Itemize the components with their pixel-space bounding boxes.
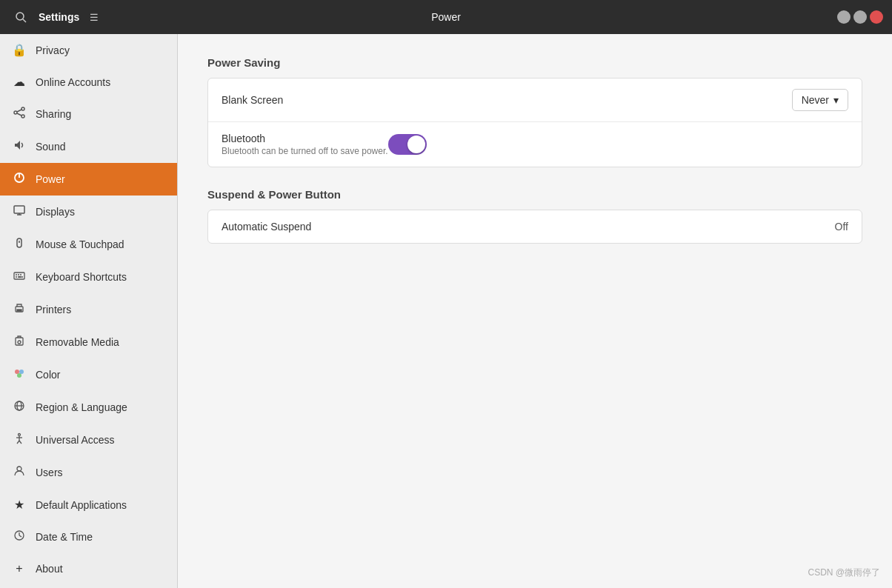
- displays-icon: [12, 204, 27, 219]
- sidebar-item-privacy[interactable]: 🔒 Privacy: [0, 34, 177, 66]
- sidebar-label-date-time: Date & Time: [36, 531, 93, 543]
- svg-point-27: [17, 373, 21, 378]
- sidebar-item-universal-access[interactable]: Universal Access: [0, 424, 177, 456]
- sidebar-label-sound: Sound: [36, 141, 65, 153]
- content-area: Power Saving Blank Screen Never ▾ Blueto…: [178, 34, 892, 588]
- svg-line-35: [19, 441, 21, 444]
- svg-point-31: [19, 434, 21, 436]
- svg-rect-9: [14, 206, 24, 213]
- svg-line-5: [17, 110, 21, 112]
- online-accounts-icon: ☁: [12, 75, 27, 89]
- about-icon: +: [12, 562, 27, 575]
- power-icon: [12, 172, 27, 187]
- mouse-icon: [12, 237, 27, 252]
- menu-button[interactable]: ☰: [82, 5, 106, 29]
- sidebar-item-displays[interactable]: Displays: [0, 196, 177, 228]
- sidebar-label-region-language: Region & Language: [36, 401, 127, 413]
- window-title: Power: [431, 11, 461, 23]
- color-icon: [12, 367, 27, 382]
- toggle-knob: [407, 136, 425, 153]
- sidebar-item-online-accounts[interactable]: ☁ Online Accounts: [0, 66, 177, 98]
- svg-rect-14: [14, 273, 24, 279]
- sidebar-item-default-applications[interactable]: ★ Default Applications: [0, 489, 177, 521]
- power-saving-card: Blank Screen Never ▾ Bluetooth Bluetooth…: [207, 78, 862, 167]
- sidebar-item-date-time[interactable]: Date & Time: [0, 521, 177, 553]
- suspend-power-title: Suspend & Power Button: [207, 188, 862, 201]
- sidebar-item-keyboard-shortcuts[interactable]: Keyboard Shortcuts: [0, 261, 177, 293]
- svg-point-26: [19, 370, 24, 374]
- svg-point-25: [15, 370, 19, 374]
- sidebar-label-about: About: [36, 563, 63, 575]
- sidebar-item-mouse-touchpad[interactable]: Mouse & Touchpad: [0, 228, 177, 261]
- sharing-icon: [12, 107, 27, 121]
- svg-point-2: [14, 111, 17, 114]
- sidebar-item-sharing[interactable]: Sharing: [0, 98, 177, 130]
- sidebar-label-keyboard-shortcuts: Keyboard Shortcuts: [36, 271, 127, 283]
- main-layout: 🔒 Privacy ☁ Online Accounts Sharing: [0, 34, 892, 588]
- universal-access-icon: [12, 432, 27, 447]
- region-language-icon: [12, 400, 27, 415]
- sidebar-item-region-language[interactable]: Region & Language: [0, 391, 177, 424]
- sidebar-label-default-applications: Default Applications: [36, 499, 127, 511]
- svg-point-4: [21, 115, 24, 118]
- svg-line-1: [23, 19, 26, 22]
- menu-icon: ☰: [90, 12, 99, 23]
- svg-point-36: [17, 467, 21, 471]
- sidebar-item-power[interactable]: Power: [0, 163, 177, 196]
- sidebar-label-users: Users: [36, 467, 63, 478]
- sidebar-label-removable-media: Removable Media: [36, 336, 119, 348]
- watermark: CSDN @微雨停了: [808, 567, 880, 579]
- minimize-icon: −: [842, 13, 846, 21]
- automatic-suspend-row: Automatic Suspend Off: [208, 210, 862, 243]
- sidebar-label-displays: Displays: [36, 206, 75, 218]
- suspend-power-card: Automatic Suspend Off: [207, 210, 862, 244]
- bluetooth-label: Bluetooth: [222, 133, 388, 144]
- maximize-icon: □: [858, 13, 862, 21]
- sidebar-item-about[interactable]: + About: [0, 553, 177, 584]
- svg-line-39: [19, 535, 21, 537]
- close-icon: ✕: [873, 13, 879, 21]
- sidebar-item-printers[interactable]: Printers: [0, 293, 177, 326]
- sidebar-item-users[interactable]: Users: [0, 456, 177, 489]
- sidebar: 🔒 Privacy ☁ Online Accounts Sharing: [0, 34, 178, 588]
- users-icon: [12, 465, 27, 480]
- sidebar-label-online-accounts: Online Accounts: [36, 76, 110, 88]
- keyboard-icon: [12, 270, 27, 284]
- search-button[interactable]: [9, 5, 33, 29]
- svg-point-0: [16, 13, 24, 20]
- svg-rect-22: [17, 310, 21, 311]
- blank-screen-row: Blank Screen Never ▾: [208, 78, 862, 122]
- bluetooth-row: Bluetooth Bluetooth can be turned off to…: [208, 122, 862, 167]
- blank-screen-value: Never: [802, 94, 829, 106]
- sidebar-item-sound[interactable]: Sound: [0, 130, 177, 163]
- sidebar-item-color[interactable]: Color: [0, 358, 177, 391]
- blank-screen-label: Blank Screen: [222, 94, 792, 106]
- minimize-button[interactable]: −: [837, 10, 851, 24]
- sidebar-label-sharing: Sharing: [36, 108, 71, 120]
- power-saving-title: Power Saving: [207, 56, 862, 69]
- titlebar: Settings ☰ Power − □ ✕: [0, 0, 892, 34]
- svg-point-24: [18, 341, 21, 344]
- printers-icon: [12, 302, 27, 317]
- sidebar-label-privacy: Privacy: [36, 44, 70, 56]
- bluetooth-info: Bluetooth Bluetooth can be turned off to…: [222, 133, 388, 156]
- sidebar-label-mouse-touchpad: Mouse & Touchpad: [36, 238, 124, 250]
- privacy-icon: 🔒: [12, 43, 27, 57]
- app-title: Settings: [39, 11, 79, 23]
- close-button[interactable]: ✕: [870, 10, 883, 24]
- automatic-suspend-value: Off: [835, 221, 848, 233]
- date-time-icon: [12, 529, 27, 544]
- sidebar-item-removable-media[interactable]: Removable Media: [0, 326, 177, 358]
- bluetooth-sublabel: Bluetooth can be turned off to save powe…: [222, 146, 388, 156]
- sidebar-label-color: Color: [36, 369, 60, 381]
- maximize-button[interactable]: □: [853, 10, 867, 24]
- dropdown-arrow-icon: ▾: [833, 94, 839, 106]
- sidebar-label-printers: Printers: [36, 304, 71, 315]
- blank-screen-dropdown[interactable]: Never ▾: [792, 89, 848, 111]
- sidebar-label-power: Power: [36, 173, 65, 185]
- svg-point-3: [21, 107, 24, 110]
- sound-icon: [12, 139, 27, 154]
- bluetooth-toggle[interactable]: [388, 134, 427, 155]
- svg-line-34: [17, 441, 19, 444]
- svg-line-6: [17, 113, 21, 116]
